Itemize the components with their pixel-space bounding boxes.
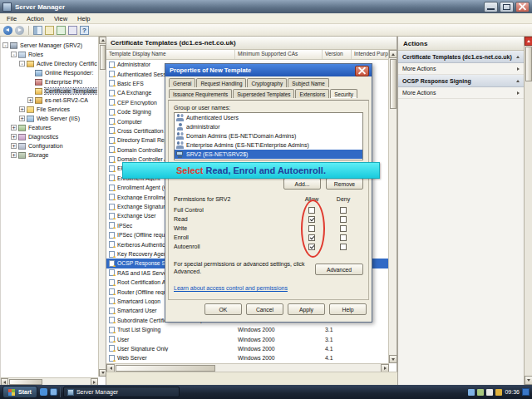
- tree-item[interactable]: + Web Server (IIS): [2, 114, 97, 123]
- column-header[interactable]: Intended Purpose: [352, 50, 389, 59]
- tree-expander-icon[interactable]: +: [19, 106, 25, 112]
- more-actions-item[interactable]: More Actions: [398, 87, 524, 99]
- dialog-tab[interactable]: Security: [330, 89, 357, 98]
- tree-vertical-scrollbar[interactable]: [98, 37, 106, 377]
- tree-item[interactable]: - Active Directory Certificate: [2, 59, 97, 68]
- menu-item[interactable]: View: [49, 14, 72, 23]
- dialog-tab[interactable]: Extensions: [295, 89, 329, 98]
- quick-launch-icon[interactable]: [40, 388, 47, 396]
- deny-checkbox[interactable]: [340, 234, 347, 241]
- list-horizontal-scrollbar[interactable]: [106, 363, 389, 372]
- tree-item[interactable]: Certificate Templates (: [2, 86, 97, 96]
- tree-item[interactable]: + es-net-SRV2-CA: [2, 96, 97, 105]
- dialog-button[interactable]: OK: [204, 303, 242, 315]
- update-icon[interactable]: [477, 389, 484, 396]
- actions-section-title[interactable]: OCSP Response Signing: [398, 75, 524, 87]
- min-supported-ca: Windows 2000: [235, 355, 323, 361]
- column-header[interactable]: Minimum Supported CAs: [235, 50, 323, 59]
- menu-item[interactable]: Action: [22, 14, 49, 23]
- alert-icon[interactable]: [495, 389, 502, 396]
- tree-expander-icon[interactable]: +: [11, 134, 17, 140]
- dialog-button[interactable]: Cancel: [246, 303, 283, 315]
- volume-icon[interactable]: [486, 389, 493, 396]
- dialog-tab[interactable]: Cryptography: [247, 78, 287, 87]
- deny-checkbox[interactable]: [340, 216, 347, 223]
- quick-launch-icon[interactable]: [50, 388, 57, 396]
- export-list-icon[interactable]: [45, 26, 54, 35]
- tree-item[interactable]: - Roles: [2, 50, 97, 59]
- group-list-item[interactable]: Enterprise Admins (ES-NET\Enterprise Adm…: [175, 140, 362, 150]
- group-list-item[interactable]: Authenticated Users: [175, 113, 362, 122]
- advanced-button[interactable]: Advanced: [315, 264, 363, 275]
- close-icon[interactable]: [355, 66, 369, 76]
- refresh-icon[interactable]: [57, 26, 66, 35]
- menu-item[interactable]: Help: [72, 14, 95, 23]
- scroll-up-button[interactable]: [525, 37, 532, 46]
- minimize-button[interactable]: [484, 2, 498, 12]
- show-console-tree-icon[interactable]: [33, 26, 42, 35]
- tree-item[interactable]: Online Responder:: [2, 68, 97, 77]
- dialog-tab[interactable]: Request Handling: [196, 78, 246, 87]
- list-vertical-scrollbar[interactable]: [388, 50, 397, 363]
- dialog-button[interactable]: Apply: [288, 303, 325, 315]
- menu-item[interactable]: File: [2, 14, 22, 23]
- tree-expander-icon[interactable]: +: [27, 97, 33, 103]
- tree-horizontal-scrollbar[interactable]: [1, 377, 98, 385]
- tree-expander-icon[interactable]: -: [2, 42, 8, 48]
- tree-item[interactable]: + Storage: [2, 150, 97, 160]
- group-list-item[interactable]: SRV2 (ES-NET\SRV2$): [175, 150, 362, 159]
- deny-checkbox[interactable]: [340, 244, 347, 250]
- tree-expander-icon[interactable]: +: [19, 116, 25, 121]
- table-row[interactable]: User Windows 2000 3.1: [106, 334, 389, 343]
- close-button[interactable]: [515, 2, 530, 12]
- window-vertical-scrollbar[interactable]: [524, 37, 532, 385]
- tree-item[interactable]: Enterprise PKI: [2, 77, 97, 86]
- show-desktop-icon[interactable]: [522, 388, 530, 396]
- deny-checkbox[interactable]: [340, 207, 347, 214]
- remove-button[interactable]: Remove: [326, 178, 363, 190]
- dialog-tab[interactable]: Subject Name: [288, 78, 329, 87]
- group-list-item[interactable]: Domain Admins (ES-NET\Domain Admins): [175, 131, 362, 140]
- tree-item[interactable]: + Features: [2, 123, 97, 132]
- column-header[interactable]: Version: [323, 50, 352, 59]
- dialog-tab[interactable]: General: [169, 78, 195, 87]
- scroll-down-button[interactable]: [525, 376, 532, 385]
- tree-expander-icon[interactable]: -: [19, 61, 25, 66]
- group-list-item[interactable]: administrator: [175, 122, 362, 131]
- maximize-button[interactable]: [500, 2, 514, 12]
- start-label: Start: [18, 389, 32, 395]
- tree-expander-icon[interactable]: +: [11, 152, 17, 158]
- tree-expander-icon[interactable]: +: [11, 143, 17, 149]
- actions-section-title[interactable]: Certificate Templates (dc1.es-net.co.uk): [398, 51, 524, 63]
- tree-item[interactable]: + Configuration: [2, 141, 97, 150]
- scrollbar-thumb[interactable]: [525, 47, 532, 81]
- table-row[interactable]: Web Server Windows 2000 4.1: [106, 353, 389, 362]
- access-control-help-link[interactable]: Learn about access control and permissio…: [174, 285, 288, 291]
- dialog-button[interactable]: Help: [329, 303, 367, 315]
- collapse-icon[interactable]: [516, 80, 520, 82]
- dialog-titlebar[interactable]: Properties of New Template: [165, 64, 372, 76]
- window-titlebar[interactable]: Server Manager: [0, 0, 532, 13]
- taskbar-clock[interactable]: 09:36: [505, 389, 520, 395]
- more-actions-item[interactable]: More Actions: [398, 63, 524, 75]
- deny-checkbox[interactable]: [340, 225, 347, 232]
- taskbar-task-button[interactable]: Server Manager: [63, 387, 180, 397]
- tree-item[interactable]: + File Services: [2, 105, 97, 114]
- dialog-tab[interactable]: Superseded Templates: [233, 89, 294, 98]
- tree-item[interactable]: + Diagnostics: [2, 132, 97, 141]
- column-header[interactable]: Template Display Name: [106, 50, 235, 59]
- back-icon[interactable]: [3, 26, 12, 35]
- table-row[interactable]: User Signature Only Windows 2000 4.1: [106, 344, 389, 353]
- tree-expander-icon[interactable]: -: [11, 52, 17, 57]
- tree-expander-icon[interactable]: +: [11, 125, 17, 131]
- collapse-icon[interactable]: [516, 56, 520, 58]
- new-window-icon[interactable]: [68, 26, 77, 35]
- dialog-tab[interactable]: Issuance Requirements: [169, 89, 232, 98]
- help-icon[interactable]: ?: [80, 26, 89, 35]
- start-button[interactable]: Start: [2, 386, 37, 398]
- table-row[interactable]: Trust List Signing Windows 2000 3.1: [106, 325, 389, 334]
- tree-item[interactable]: - Server Manager (SRV2): [2, 41, 97, 50]
- network-icon[interactable]: [468, 389, 475, 396]
- forward-icon[interactable]: [15, 26, 24, 35]
- add-button[interactable]: Add...: [283, 178, 321, 190]
